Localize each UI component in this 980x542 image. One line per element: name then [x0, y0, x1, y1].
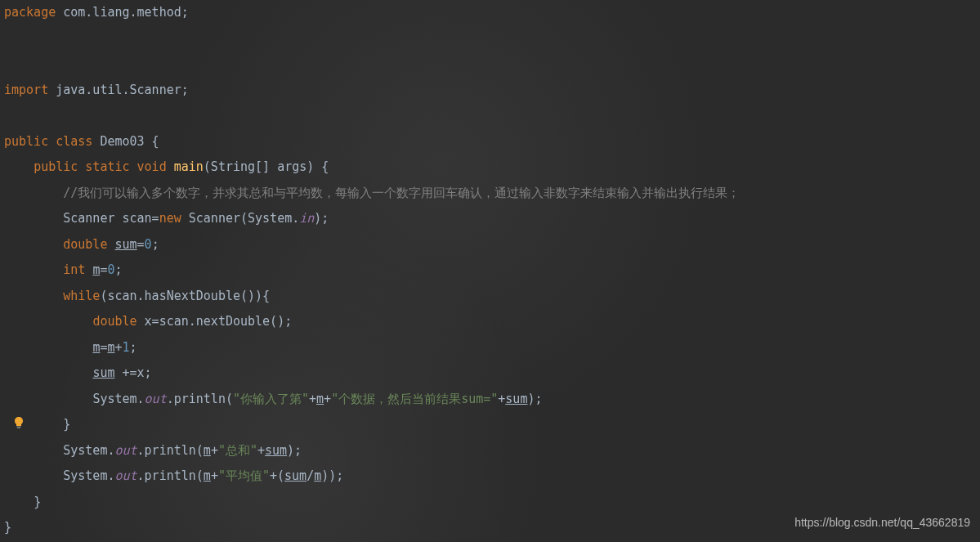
var-sum: sum — [505, 392, 527, 406]
field-out: out — [114, 468, 136, 483]
semicolon: ; — [181, 5, 189, 20]
system: System. — [63, 443, 114, 458]
keyword-double: double — [92, 314, 136, 329]
close-brace: } — [63, 417, 70, 432]
var-sum: sum — [114, 237, 136, 252]
code-content: package com.liang.method; import java.ut… — [4, 0, 980, 541]
svg-rect-0 — [17, 427, 21, 428]
plus-open: +( — [270, 468, 284, 483]
plus: + — [211, 443, 218, 458]
close-brace: } — [4, 520, 11, 535]
semicolon: ; — [114, 262, 122, 277]
field-out: out — [145, 392, 167, 406]
class-name: Demo03 — [100, 134, 144, 149]
comment-line: //我们可以输入多个数字，并求其总和与平均数，每输入一个数字用回车确认，通过输入… — [63, 186, 740, 200]
semicolon: ; — [152, 237, 159, 252]
semicolon: ; — [130, 340, 137, 355]
keyword-import: import — [4, 83, 48, 97]
keyword-void: void — [137, 159, 167, 174]
watermark-text: https://blog.csdn.net/qq_43662819 — [794, 510, 970, 536]
var-sum: sum — [265, 443, 287, 458]
keyword-public: public — [34, 159, 78, 174]
field-in: in — [299, 211, 314, 226]
keyword-package: package — [4, 5, 56, 20]
string-lit: "平均值" — [218, 468, 270, 483]
keyword-new: new — [159, 211, 181, 226]
scanner-ctor: Scanner(System. — [181, 211, 300, 226]
num-one: 1 — [123, 340, 130, 355]
keyword-public: public — [4, 134, 48, 149]
println: .println( — [137, 468, 204, 483]
var-m: m — [314, 468, 321, 483]
close: ); — [314, 211, 329, 226]
num-zero: 0 — [145, 237, 152, 252]
plus: + — [498, 392, 505, 406]
sum-plus-eq: +=x; — [114, 365, 151, 380]
string-lit: "你输入了第" — [233, 392, 309, 406]
var-m: m — [204, 468, 211, 483]
close: ); — [527, 392, 542, 406]
system: System. — [63, 468, 114, 483]
println: .println( — [167, 392, 233, 406]
code-editor[interactable]: package com.liang.method; import java.ut… — [0, 0, 980, 541]
field-out: out — [114, 443, 136, 458]
keyword-double: double — [63, 237, 107, 252]
scanner-decl: Scanner scan= — [63, 211, 159, 226]
keyword-static: static — [85, 159, 129, 174]
var-m: m — [204, 443, 211, 458]
x-decl: x=scan.nextDouble(); — [137, 314, 293, 329]
slash: / — [307, 468, 314, 483]
plus: + — [309, 392, 316, 406]
keyword-while: while — [63, 289, 100, 303]
svg-rect-1 — [17, 428, 20, 428]
lightbulb-icon[interactable] — [12, 413, 25, 426]
var-m: m — [316, 392, 324, 406]
while-cond: (scan.hasNextDouble()){ — [100, 289, 270, 303]
close: ); — [287, 443, 302, 458]
system: System. — [92, 392, 144, 406]
close-brace: } — [34, 495, 41, 509]
string-lit: "总和" — [218, 443, 257, 458]
plus: + — [257, 443, 265, 458]
package-name: com.liang.method — [56, 5, 181, 20]
close: )); — [321, 468, 343, 483]
var-sum: sum — [284, 468, 307, 483]
eq: = — [137, 237, 145, 252]
main-params: (String[] args) { — [204, 159, 329, 174]
method-main: main — [174, 159, 204, 174]
string-lit: "个数据，然后当前结果sum=" — [331, 392, 498, 406]
plus: + — [211, 468, 218, 483]
plus: + — [114, 340, 122, 355]
keyword-int: int — [63, 262, 85, 277]
plus: + — [324, 392, 331, 406]
import-name: java.util.Scanner — [48, 83, 181, 97]
keyword-class: class — [56, 134, 92, 149]
var-sum: sum — [92, 365, 114, 380]
println: .println( — [137, 443, 204, 458]
semicolon: ; — [181, 83, 189, 97]
